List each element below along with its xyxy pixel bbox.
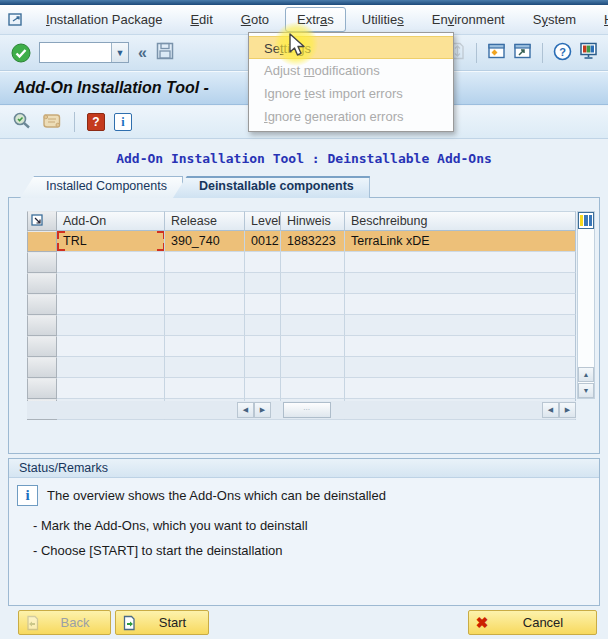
empty-cell[interactable] [281,336,345,357]
menu-item-goto[interactable]: Goto [229,7,281,32]
empty-cell[interactable] [165,357,245,378]
menu-item-utilities[interactable]: Utilities [350,7,416,32]
horizontal-scrollbar[interactable]: ◀ ▶ ⋯ ◀ ▶ [27,401,576,419]
column-header-addon[interactable]: Add-On [57,211,165,231]
table-empty-row[interactable] [27,336,576,357]
empty-cell[interactable] [345,336,576,357]
empty-cell[interactable] [165,378,245,399]
empty-cell[interactable] [345,252,576,273]
save-icon[interactable] [156,42,174,63]
hscroll-thumb[interactable]: ⋯ [283,402,331,418]
empty-cell[interactable] [245,273,281,294]
menu-item-settings[interactable]: Settings [249,36,453,59]
empty-cell[interactable] [57,357,165,378]
command-field[interactable]: ▼ [39,42,129,63]
display-search-icon[interactable] [12,111,32,133]
column-header-level[interactable]: Level [245,211,281,231]
row-selector[interactable] [27,294,57,315]
empty-cell[interactable] [57,252,165,273]
scroll-left-icon[interactable]: ◀ [237,402,254,418]
tab-installed-components[interactable]: Installed Components [20,176,183,198]
empty-cell[interactable] [57,378,165,399]
empty-cell[interactable] [281,378,345,399]
table-empty-row[interactable] [27,294,576,315]
empty-cell[interactable] [57,273,165,294]
continue-enter-icon[interactable] [10,42,32,64]
empty-cell[interactable] [281,357,345,378]
command-dropdown-arrow-icon[interactable]: ▼ [111,43,128,62]
row-selector[interactable] [27,357,57,378]
tab-deinstallable-components[interactable]: Deinstallable components [173,176,370,198]
back-button[interactable]: Back [18,610,111,635]
empty-cell[interactable] [281,315,345,336]
row-selector[interactable] [27,315,57,336]
empty-cell[interactable] [57,294,165,315]
column-header-beschreibung[interactable]: Beschreibung [345,211,576,231]
customize-layout-icon[interactable] [579,42,598,63]
start-button[interactable]: Start [115,610,209,635]
column-header-hinweis[interactable]: Hinweis [281,211,345,231]
help-icon[interactable]: ? [553,42,572,64]
cell-addon[interactable]: TRL [57,231,165,252]
row-selector[interactable] [27,273,57,294]
empty-cell[interactable] [57,315,165,336]
collapse-toolbar-icon[interactable]: « [136,44,149,62]
scroll-up-icon[interactable]: ▲ [578,367,594,382]
menu-item-extras[interactable]: Extras [285,7,346,32]
menu-item-installation-package[interactable]: Installation Package [34,7,174,32]
row-selector[interactable] [27,252,57,273]
row-selector[interactable] [27,231,57,252]
empty-cell[interactable] [245,336,281,357]
table-empty-row[interactable] [27,378,576,399]
column-header-release[interactable]: Release [165,211,245,231]
empty-cell[interactable] [345,357,576,378]
cell-hinweis[interactable]: 1883223 [281,231,345,252]
empty-cell[interactable] [57,336,165,357]
cell-level[interactable]: 0012 [245,231,281,252]
cell-release[interactable]: 390_740 [165,231,245,252]
new-session-icon[interactable] [487,43,506,63]
empty-cell[interactable] [345,378,576,399]
empty-cell[interactable] [165,273,245,294]
empty-cell[interactable] [345,315,576,336]
create-shortcut-icon[interactable] [513,43,532,63]
scroll-right-icon[interactable]: ▶ [559,402,576,418]
empty-cell[interactable] [165,252,245,273]
information-icon[interactable]: i [114,113,132,131]
empty-cell[interactable] [245,315,281,336]
vertical-scrollbar[interactable]: ▲ ▼ [577,211,595,399]
empty-cell[interactable] [165,336,245,357]
empty-cell[interactable] [165,315,245,336]
menu-item-environment[interactable]: Environment [420,7,517,32]
menu-item-help[interactable]: Help [592,7,608,32]
scroll-right-icon[interactable]: ▶ [254,402,271,418]
menu-item-system[interactable]: System [521,7,588,32]
empty-cell[interactable] [245,378,281,399]
table-empty-row[interactable] [27,315,576,336]
empty-cell[interactable] [281,252,345,273]
select-all-icon[interactable] [27,211,57,231]
empty-cell[interactable] [245,294,281,315]
table-configuration-icon[interactable] [578,212,594,229]
row-selector[interactable] [27,378,57,399]
command-input[interactable] [40,43,111,62]
empty-cell[interactable] [245,357,281,378]
empty-cell[interactable] [281,294,345,315]
empty-cell[interactable] [345,273,576,294]
scroll-down-icon[interactable]: ▼ [578,383,594,398]
table-empty-row[interactable] [27,357,576,378]
application-help-icon[interactable]: ? [87,113,105,131]
table-row-trl[interactable]: TRL 390_740 0012 1883223 TerraLink xDE [27,231,576,252]
table-empty-row[interactable] [27,252,576,273]
cell-beschreibung[interactable]: TerraLink xDE [345,231,576,252]
table-empty-row[interactable] [27,273,576,294]
empty-cell[interactable] [165,294,245,315]
menu-item-edit[interactable]: Edit [178,7,224,32]
scroll-left-icon[interactable]: ◀ [542,402,559,418]
cancel-button[interactable]: ✖ Cancel [468,610,597,635]
log-scroll-icon[interactable] [41,112,62,133]
row-selector[interactable] [27,336,57,357]
empty-cell[interactable] [281,273,345,294]
vertical-scroll-track[interactable] [578,229,594,366]
empty-cell[interactable] [245,252,281,273]
